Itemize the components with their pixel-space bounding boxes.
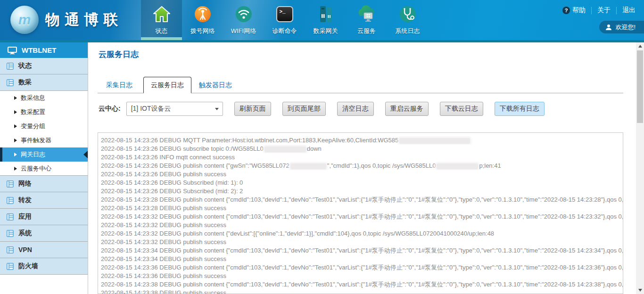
log-line: 2022-08-15 14:23:26 DEBUG subscribe topi…: [101, 145, 623, 153]
page-title: 云服务日志: [99, 49, 139, 60]
log-line: 2022-08-15 14:23:34 DEBUG publish conten…: [101, 246, 623, 255]
nav-item-cloud-service[interactable]: 云服务: [346, 0, 387, 40]
sidebar-item-application[interactable]: 应用: [0, 209, 88, 225]
log-line: 2022-08-15 14:23:32 DEBUG publish succes…: [101, 238, 623, 246]
logout-link[interactable]: 退出: [622, 6, 636, 15]
help-label: 帮助: [572, 6, 586, 15]
sidebar-header: WTBLNET: [0, 42, 88, 58]
log-line: 2022-08-15 14:23:32 DEBUG publish succes…: [101, 221, 623, 229]
top-header: m 物通博联 状态 拨号网络 WIFI网络: [0, 0, 644, 40]
log-line: 2022-08-15 14:23:28 DEBUG publish succes…: [101, 204, 623, 212]
list-icon: [7, 246, 14, 253]
log-line: 2022-08-15 14:23:28 DEBUG publish conten…: [101, 196, 623, 204]
caret-right-icon: [14, 96, 17, 100]
brand-logo: m 物通博联: [10, 6, 123, 34]
cloud-center-select[interactable]: [1] IOT设备云: [126, 102, 223, 116]
list-icon: [7, 213, 14, 220]
stethoscope-icon: [398, 4, 418, 24]
nav-item-data-gateway[interactable]: 数采网关: [305, 0, 346, 40]
log-line: 2022-08-15 14:23:38 DEBUG publish succes…: [101, 289, 623, 294]
scroll-down-arrow[interactable]: [636, 286, 644, 294]
sidebar-item-variable-group[interactable]: 变量分组: [0, 119, 88, 133]
sidebar-title: WTBLNET: [22, 46, 56, 54]
nav-item-label: 诊断命令: [272, 27, 297, 35]
nav-item-diagnostic-command[interactable]: >_ 诊断命令: [264, 0, 305, 40]
log-line: 2022-08-15 14:23:26 DEBUG Subscribed (mi…: [101, 179, 623, 187]
log-line: 2022-08-15 14:23:36 DEBUG publish succes…: [101, 272, 623, 280]
caret-right-icon: [14, 167, 17, 171]
terminal-icon: >_: [275, 4, 295, 24]
app-window: m 物通博联 状态 拨号网络 WIFI网络: [0, 0, 644, 294]
list-icon: [7, 263, 14, 270]
redacted-text: [437, 163, 478, 169]
brand-name: 物通博联: [45, 10, 123, 30]
redacted-text: [264, 147, 306, 152]
main-content: 云服务日志 采集日志 云服务日志 触发器日志 云中心: [1] IOT设备云 刷…: [88, 42, 636, 294]
user-icon: [605, 24, 612, 31]
go-to-page-end-button[interactable]: 到页面尾部: [282, 102, 326, 116]
sidebar-item-status[interactable]: 状态: [0, 58, 88, 74]
nav-item-dialup-network[interactable]: 拨号网络: [182, 0, 223, 40]
page-scrollbar[interactable]: [636, 42, 644, 294]
top-right-links: ? 帮助 关于 退出: [562, 6, 636, 15]
sidebar-item-forwarding[interactable]: 转发: [0, 192, 88, 209]
log-line: 2022-08-15 14:23:26 DEBUG Subscribed (mi…: [101, 187, 623, 196]
tab-collect-log[interactable]: 采集日志: [95, 77, 143, 93]
brand-globe-icon: m: [10, 6, 39, 34]
sidebar-item-cloud-service-center[interactable]: 云服务中心: [0, 162, 88, 176]
caret-right-icon: [14, 153, 17, 156]
list-icon: [7, 63, 14, 70]
nav-item-label: 云服务: [357, 27, 376, 35]
link-separator: [591, 7, 592, 14]
nav-item-label: 拨号网络: [190, 27, 215, 35]
antenna-icon: [193, 4, 213, 24]
log-line: 2022-08-15 14:23:26 DEBUG publish succes…: [101, 170, 623, 179]
sidebar-item-gateway-log[interactable]: 网关日志: [0, 147, 88, 162]
sidebar-item-data-acquisition[interactable]: 数采: [0, 74, 88, 91]
nav-item-wifi-network[interactable]: WIFI网络: [223, 0, 264, 40]
cloud-center-selected-value: [1] IOT设备云: [131, 105, 171, 113]
nav-item-status[interactable]: 状态: [141, 0, 182, 40]
list-icon: [7, 180, 14, 188]
log-toolbar: 云中心: [1] IOT设备云 刷新页面 到页面尾部 清空日志 重启云服务 下载…: [99, 102, 545, 116]
welcome-badge[interactable]: 欢迎您!: [599, 21, 644, 33]
download-all-logs-button[interactable]: 下载所有日志: [495, 102, 545, 116]
link-separator: [616, 7, 617, 14]
caret-right-icon: [14, 124, 17, 128]
help-link[interactable]: ? 帮助: [562, 6, 586, 15]
nav-item-label: WIFI网络: [231, 27, 256, 35]
sidebar-item-vpn[interactable]: VPN: [0, 242, 88, 258]
sidebar-item-data-config[interactable]: 数采配置: [0, 105, 88, 119]
redacted-text: [290, 163, 326, 169]
scrollbar-thumb[interactable]: [637, 50, 643, 123]
scroll-up-arrow[interactable]: [636, 42, 644, 50]
nav-item-label: 系统日志: [396, 27, 420, 35]
tab-trigger-log[interactable]: 触发器日志: [191, 77, 239, 93]
about-link[interactable]: 关于: [597, 6, 611, 15]
refresh-page-button[interactable]: 刷新页面: [234, 102, 271, 116]
nav-item-system-log[interactable]: 系统日志: [387, 0, 428, 40]
nav-item-label: 数采网关: [314, 27, 338, 35]
sidebar-item-event-trigger[interactable]: 事件触发器: [0, 133, 88, 147]
restart-cloud-service-button[interactable]: 重启云服务: [385, 102, 429, 116]
log-line: 2022-08-15 14:23:34 DEBUG publish succes…: [101, 255, 623, 263]
download-cloud-log-button[interactable]: 下载云日志: [440, 102, 483, 116]
cloud-center-label: 云中心:: [99, 105, 121, 113]
sidebar-item-network[interactable]: 网络: [0, 176, 88, 192]
sidebar-item-data-info[interactable]: 数采信息: [0, 91, 88, 105]
caret-right-icon: [14, 110, 17, 114]
clear-log-button[interactable]: 清空日志: [337, 102, 374, 116]
sidebar-item-system[interactable]: 系统: [0, 225, 88, 242]
list-icon: [7, 79, 14, 86]
caret-right-icon: [14, 139, 17, 142]
log-line: 2022-08-15 14:23:36 DEBUG publish conten…: [101, 263, 623, 272]
sidebar-item-firewall[interactable]: 防火墙: [0, 258, 88, 275]
log-viewer[interactable]: 2022-08-15 14:23:26 DEBUG MQTT Parameter…: [98, 132, 623, 294]
log-line: 2022-08-15 14:23:38 DEBUG publish conten…: [101, 280, 623, 289]
sidebar: WTBLNET 状态 数采 数采信息 数采配置 变量分组 事件触发器 网关: [0, 42, 88, 294]
log-tabs: 采集日志 云服务日志 触发器日志: [95, 76, 239, 93]
nav-item-label: 状态: [156, 27, 168, 35]
cloud-monitor-icon: [357, 4, 377, 24]
tab-cloud-service-log[interactable]: 云服务日志: [143, 77, 191, 93]
log-line: 2022-08-15 14:23:26 INFO mqtt connect su…: [101, 153, 623, 162]
